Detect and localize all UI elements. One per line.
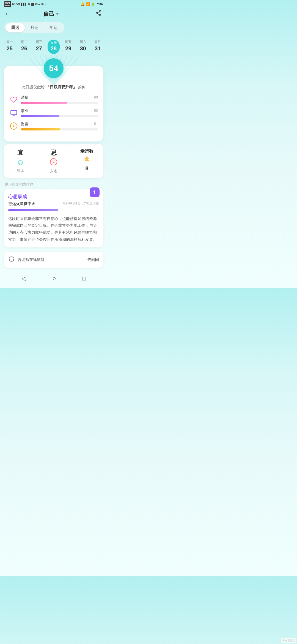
day-fri[interactable]: 周五 29: [62, 40, 74, 54]
progress-wealth: ¥ 财富 51: [9, 122, 98, 130]
nav-bar: ‹ 自己 ▼: [0, 8, 107, 20]
day-num-tue: 26: [21, 45, 27, 52]
headset-icon: [8, 256, 15, 264]
svg-point-20: [50, 159, 57, 165]
fortune-title: 心想事成: [8, 193, 99, 200]
day-num-today: 28: [51, 45, 57, 52]
wealth-progress-info: 财富 51: [21, 122, 98, 130]
svg-rect-15: [11, 110, 17, 114]
subtitle-end: 的你: [78, 85, 86, 89]
ji-title: 忌: [51, 149, 57, 157]
tab-zhou[interactable]: 周运: [6, 23, 25, 32]
fortune-rank: 1: [90, 187, 100, 197]
status-right: 🔔 📶 🔋 7:36: [81, 2, 103, 6]
wealth-value: 51: [94, 122, 98, 127]
hd-indicator: HD1HD2: [4, 1, 11, 7]
day-num-wed: 27: [36, 45, 42, 52]
day-label-sat: 周六: [80, 40, 86, 44]
nav-title: 自己 ▼: [43, 10, 59, 18]
lucky-title: 幸运数: [80, 149, 94, 154]
day-num-sun: 31: [95, 45, 101, 52]
signal-icon: 📶: [86, 2, 90, 6]
bottom-nav: ◁ ○ □: [0, 271, 107, 288]
lucky-value: 8: [85, 165, 88, 172]
ask-button[interactable]: 去问问: [87, 257, 99, 262]
nav-recent-button[interactable]: □: [78, 273, 90, 284]
love-bar-fill: [21, 102, 67, 104]
auspicious-ji: 忌 入宅: [37, 144, 70, 178]
fortune-card: 1 心想事成 行运火星拱中天 已经开始7天，7天后结束 这段时间你将会非常有自信…: [4, 189, 103, 247]
chat-icon: ●: [38, 3, 40, 6]
tab-nian[interactable]: 年运: [44, 23, 63, 32]
nav-home-button[interactable]: ○: [48, 273, 60, 284]
wifi-icon: ⌘: [28, 3, 30, 6]
week-tabs: 周运 月运 年运: [4, 22, 64, 33]
love-bar-bg: [21, 102, 98, 104]
more-icon: ···: [44, 3, 46, 6]
score-value: 54: [49, 64, 58, 73]
tab-yue[interactable]: 月运: [25, 23, 44, 32]
fortune-sub-right: 已经开始7天，7天后结束: [62, 201, 99, 206]
svg-line-4: [98, 12, 100, 13]
wealth-icon: ¥: [9, 122, 18, 130]
career-icon: [9, 108, 18, 117]
career-value: 50: [94, 108, 98, 113]
boss-icon: ⬛: [31, 3, 34, 6]
auspicious-yi: 宜 ☺ 领证: [4, 144, 37, 178]
status-left: HD1HD2 4G 5G ▌▌▌ ⌘ ⬛ ✉ ● 淘 ···: [4, 1, 46, 7]
svg-line-3: [98, 14, 100, 15]
network-5g: 5G: [16, 3, 20, 6]
career-bar-bg: [21, 115, 98, 117]
day-tue[interactable]: 周二 26: [18, 40, 30, 54]
mail-icon: ✉: [35, 3, 37, 6]
day-wed[interactable]: 周三 27: [33, 40, 45, 54]
sad-icon: [50, 158, 57, 168]
subtitle-text: 此日运仅献给: [22, 85, 45, 89]
day-sun[interactable]: 周日 31: [92, 40, 104, 54]
svg-point-22: [54, 161, 55, 162]
signal-bars: ▌▌▌: [21, 3, 27, 6]
taobao-icon: 淘: [41, 2, 43, 6]
ji-label: 入宅: [50, 169, 57, 174]
lucky-icon: [83, 155, 90, 164]
auspicious-row: 宜 ☺ 领证 忌 入宅 幸运数 8: [4, 144, 103, 178]
progress-career: 事业 50: [9, 108, 98, 117]
back-button[interactable]: ‹: [6, 10, 7, 18]
fortune-subtitle: 行运火星拱中天 已经开始7天，7天后结束: [8, 201, 99, 206]
nav-back-button[interactable]: ◁: [17, 273, 31, 284]
wealth-bar-fill: [21, 128, 60, 130]
day-label-fri: 周五: [65, 40, 72, 44]
day-label-mon: 周一: [6, 40, 13, 44]
day-label-wed: 周三: [36, 40, 42, 44]
day-num-fri: 29: [65, 45, 71, 52]
fortune-progress-bar: [8, 209, 58, 211]
network-4g: 4G: [12, 3, 15, 6]
career-label: 事业: [21, 108, 29, 113]
auspicious-lucky: 幸运数 8: [70, 144, 103, 178]
wealth-bar-bg: [21, 128, 98, 130]
nav-title-text: 自己: [43, 10, 54, 18]
svg-text:¥: ¥: [13, 124, 15, 128]
day-label-tue: 周二: [21, 40, 28, 44]
status-bar: HD1HD2 4G 5G ▌▌▌ ⌘ ⬛ ✉ ● 淘 ··· 🔔 📶 🔋 7:3…: [0, 0, 107, 8]
yi-label: 领证: [17, 168, 24, 173]
day-label-today: 今天: [50, 41, 57, 45]
progress-love: 爱情 60: [9, 95, 98, 104]
fortune-sub-left: 行运火星拱中天: [8, 201, 35, 206]
happy-icon: ☺: [16, 158, 24, 167]
score-card: 54 此日运仅献给 「日双月双升秤」 的你 爱情 60 事业 50: [4, 66, 103, 141]
dropdown-icon[interactable]: ▼: [56, 12, 59, 16]
share-button[interactable]: [95, 10, 102, 18]
wealth-label: 财富: [21, 122, 29, 127]
day-num-mon: 25: [7, 45, 13, 52]
day-mon[interactable]: 周一 25: [4, 40, 16, 54]
day-label-sun: 周日: [94, 40, 101, 44]
influence-label: 以下按影响力排序: [5, 182, 102, 187]
day-num-sat: 30: [80, 45, 86, 52]
day-today[interactable]: 今天 28: [48, 40, 60, 54]
time: 7:36: [96, 2, 103, 6]
day-sat[interactable]: 周六 30: [77, 40, 89, 54]
love-progress-info: 爱情 60: [21, 95, 98, 104]
consultant-bar: 咨询师在线解答 去问问: [4, 252, 103, 268]
card-subtitle: 此日运仅献给 「日双月双升秤」 的你: [9, 85, 98, 90]
